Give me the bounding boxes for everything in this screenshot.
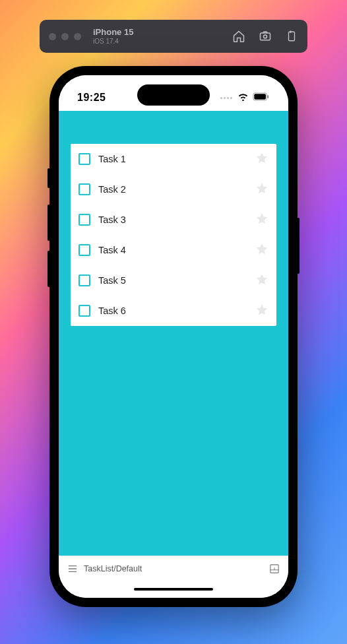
svg-rect-2: [289, 32, 295, 41]
simulator-toolbar: iPhone 15 iOS 17.4: [40, 20, 307, 53]
volume-up-button[interactable]: [47, 205, 50, 241]
task-row[interactable]: Task 1: [71, 144, 276, 174]
task-row[interactable]: Task 3: [71, 205, 276, 235]
task-checkbox[interactable]: [79, 244, 90, 256]
screenshot-icon[interactable]: [259, 30, 272, 43]
svg-rect-4: [254, 94, 266, 99]
svg-rect-0: [261, 33, 270, 40]
home-icon[interactable]: [232, 30, 245, 43]
rotate-icon[interactable]: [285, 30, 298, 43]
star-icon[interactable]: [255, 212, 268, 228]
addons-panel-icon[interactable]: [270, 564, 279, 573]
os-version: iOS 17.4: [93, 38, 133, 45]
close-window-dot[interactable]: [49, 33, 56, 40]
wifi-icon: [237, 92, 249, 104]
home-indicator-area: [59, 581, 288, 598]
battery-icon: [253, 92, 270, 104]
task-label: Task 2: [98, 184, 247, 195]
cellular-signal-icon: [220, 97, 232, 99]
app-content: Task 1 Task 2 Task 3 Task 4: [59, 111, 288, 556]
power-button[interactable]: [297, 218, 300, 274]
star-icon[interactable]: [255, 181, 268, 197]
task-checkbox[interactable]: [79, 305, 90, 317]
task-label: Task 6: [98, 306, 247, 316]
task-list: Task 1 Task 2 Task 3 Task 4: [71, 144, 276, 326]
task-checkbox[interactable]: [79, 183, 90, 195]
addon-bar: TaskList/Default: [59, 556, 288, 581]
window-controls[interactable]: [49, 33, 81, 40]
task-checkbox[interactable]: [79, 274, 90, 286]
task-row[interactable]: Task 4: [71, 235, 276, 265]
mute-switch[interactable]: [47, 168, 50, 188]
task-label: Task 3: [98, 214, 247, 225]
star-icon[interactable]: [255, 242, 268, 258]
svg-point-1: [264, 35, 267, 38]
phone-frame: 19:25 Task 1: [49, 66, 298, 607]
task-row[interactable]: Task 6: [71, 296, 276, 326]
task-checkbox[interactable]: [79, 153, 90, 165]
task-row[interactable]: Task 5: [71, 265, 276, 296]
task-label: Task 5: [98, 275, 247, 286]
task-checkbox[interactable]: [79, 214, 90, 226]
status-time: 19:25: [77, 92, 106, 104]
home-indicator[interactable]: [134, 588, 213, 591]
svg-rect-5: [267, 95, 268, 98]
story-path[interactable]: TaskList/Default: [84, 564, 142, 573]
task-label: Task 4: [98, 245, 247, 255]
dynamic-island: [137, 84, 210, 106]
star-icon[interactable]: [255, 151, 268, 167]
star-icon[interactable]: [255, 303, 268, 319]
device-name: iPhone 15: [93, 28, 133, 37]
star-icon[interactable]: [255, 273, 268, 288]
phone-screen: 19:25 Task 1: [59, 75, 288, 598]
volume-down-button[interactable]: [47, 251, 50, 287]
minimize-window-dot[interactable]: [61, 33, 69, 40]
zoom-window-dot[interactable]: [74, 33, 81, 40]
task-row[interactable]: Task 2: [71, 174, 276, 205]
menu-icon[interactable]: [68, 565, 77, 573]
task-label: Task 1: [98, 154, 247, 164]
